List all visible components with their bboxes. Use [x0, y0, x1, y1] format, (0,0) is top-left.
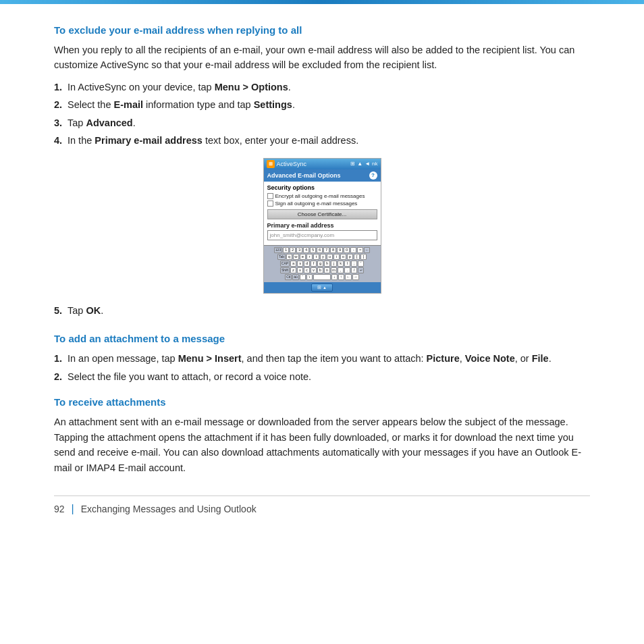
ds-key-8[interactable]: 8	[330, 247, 336, 253]
ds-key-g[interactable]: g	[317, 261, 323, 267]
ds-key-4[interactable]: 4	[303, 247, 309, 253]
step-2: 2. Select the E-mail information type an…	[54, 97, 590, 112]
ds-key-q[interactable]: q	[286, 254, 292, 260]
ds-key-z[interactable]: z	[290, 267, 296, 273]
section2-s1-bold4: File	[532, 353, 549, 364]
ds-key-down[interactable]: ↓	[331, 274, 338, 280]
ds-taskbar-arrow-icon: ▲	[323, 286, 327, 290]
step-4-text: In the Primary e-mail address text box, …	[68, 135, 358, 146]
ds-key-v[interactable]: v	[311, 267, 317, 273]
ds-key-enter[interactable]: ↵	[358, 267, 364, 273]
ds-key-f[interactable]: f	[311, 261, 317, 267]
step-5-num: 5.	[54, 303, 62, 318]
ds-key-3[interactable]: 3	[296, 247, 302, 253]
ds-key-comma[interactable]: ,	[338, 267, 344, 273]
ds-key-left[interactable]: ←	[345, 274, 352, 280]
ds-key-shift[interactable]: Shift	[280, 267, 290, 273]
ds-checkbox-2[interactable]	[267, 200, 273, 207]
device-screenshot: ⊞ ActiveSync ⊞ ▲ ◄ nk Advanced E-mail Op…	[263, 158, 381, 294]
ds-email-input[interactable]: john_smith@ccmpany.com	[267, 230, 377, 240]
ds-key-auu[interactable]: áü	[292, 274, 299, 280]
step-3-num: 3.	[54, 115, 62, 130]
ds-key-h[interactable]: h	[324, 261, 330, 267]
ds-key-quote[interactable]: '	[358, 261, 364, 267]
ds-key-e[interactable]: e	[300, 254, 306, 260]
ds-key-m[interactable]: m	[331, 267, 337, 273]
section2-step-2-num: 2.	[54, 369, 62, 384]
ds-key-equals[interactable]: =	[357, 247, 363, 253]
ds-taskbar-button[interactable]: ⊞ ▲	[311, 284, 333, 292]
ds-key-o[interactable]: o	[340, 254, 346, 260]
ds-key-right[interactable]: →	[352, 274, 359, 280]
section3-heading: To receive attachments	[54, 396, 590, 408]
ds-titlebar: ⊞ ActiveSync ⊞ ▲ ◄ nk	[264, 159, 381, 169]
step-1-num: 1.	[54, 80, 62, 95]
ds-key-0[interactable]: 0	[344, 247, 350, 253]
ds-key-lbracket[interactable]: [	[354, 254, 360, 260]
ds-key-cap[interactable]: CAP	[280, 261, 290, 267]
ds-key-p[interactable]: p	[347, 254, 353, 260]
ds-titlebar-left: ⊞ ActiveSync	[267, 160, 307, 168]
step-4-num: 4.	[54, 133, 62, 148]
ds-key-minus[interactable]: -	[350, 247, 356, 253]
ds-topbar: Advanced E-mail Options ?	[264, 169, 381, 182]
ds-key-y[interactable]: y	[320, 254, 326, 260]
ds-key-slash[interactable]: /	[351, 267, 357, 273]
ds-checkbox-row-2: Sign all outgoing e-mail messages	[267, 200, 377, 207]
ds-security-title: Security options	[267, 184, 377, 191]
ds-key-7[interactable]: 7	[323, 247, 329, 253]
ds-checkbox-1[interactable]	[267, 193, 273, 199]
ds-key-k[interactable]: k	[338, 261, 344, 267]
page-content: To exclude your e-mail address when repl…	[0, 4, 644, 542]
ds-key-c[interactable]: c	[304, 267, 310, 273]
ds-key-9[interactable]: 9	[337, 247, 343, 253]
ds-key-up[interactable]: ↑	[338, 274, 344, 280]
ds-key-d[interactable]: d	[304, 261, 310, 267]
ds-choose-cert-button[interactable]: Choose Certificate...	[267, 209, 377, 219]
ds-key-j[interactable]: j	[331, 261, 337, 267]
ds-key-period[interactable]: .	[344, 267, 350, 273]
section2-step-1-num: 1.	[54, 351, 62, 366]
ds-key-6[interactable]: 6	[317, 247, 323, 253]
ds-key-backspace[interactable]: ←	[364, 247, 370, 253]
ds-key-semicolon[interactable]: ;	[351, 261, 357, 267]
ds-key-backtick[interactable]: `	[300, 274, 306, 280]
ds-key-a[interactable]: a	[290, 261, 296, 267]
ds-key-l[interactable]: l	[344, 261, 350, 267]
step-1-bold1: Menu > Options	[215, 82, 288, 92]
section2-step-2: 2. Select the file you want to attach, o…	[54, 369, 590, 384]
ds-key-t[interactable]: t	[313, 254, 319, 260]
ds-key-u[interactable]: u	[327, 254, 333, 260]
ds-key-1[interactable]: 1	[283, 247, 289, 253]
ds-kb-row-5: Ctl áü ` \ ↓ ↑ ← →	[265, 274, 379, 280]
step-2-bold2: Settings	[254, 99, 292, 110]
ds-key-s[interactable]: s	[297, 261, 303, 267]
ds-key-ctrl[interactable]: Ctl	[285, 274, 292, 280]
ds-key-tab[interactable]: Tab	[277, 254, 286, 260]
ds-key-backslash[interactable]: \	[306, 274, 313, 280]
ds-key-rbracket[interactable]: ]	[360, 254, 367, 260]
ds-key-i[interactable]: i	[333, 254, 340, 260]
ds-key-r[interactable]: r	[306, 254, 313, 260]
step-5: 5. Tap OK.	[54, 303, 590, 318]
ds-titlebar-icons: ⊞ ▲ ◄ nk	[350, 161, 377, 167]
footer: 92 | Exchanging Messages and Using Outlo…	[54, 495, 590, 515]
ds-kb-row-1: 123 1 2 3 4 5 6 7 8 9 0 - = ←	[265, 247, 379, 253]
footer-separator: |	[72, 503, 74, 515]
ds-key-123[interactable]: 123	[274, 247, 282, 253]
ds-checkbox-row-1: Encrypt all outgoing e-mail messages	[267, 193, 377, 199]
ds-key-5[interactable]: 5	[310, 247, 316, 253]
ds-checkbox-2-label: Sign all outgoing e-mail messages	[275, 200, 358, 207]
ds-app-icon: ⊞	[267, 160, 275, 168]
ds-key-x[interactable]: x	[297, 267, 303, 273]
ds-key-w[interactable]: w	[293, 254, 299, 260]
ds-key-2[interactable]: 2	[290, 247, 296, 253]
footer-chapter-title: Exchanging Messages and Using Outlook	[81, 504, 257, 514]
ds-key-b[interactable]: b	[317, 267, 323, 273]
ds-key-n[interactable]: n	[324, 267, 330, 273]
ds-keyboard: 123 1 2 3 4 5 6 7 8 9 0 - = ← Tab q w e	[264, 245, 381, 282]
step-4: 4. In the Primary e-mail address text bo…	[54, 133, 590, 148]
ds-email-label: Primary e-mail address	[267, 222, 377, 229]
step-4-bold1: Primary e-mail address	[95, 135, 203, 146]
ds-key-space[interactable]	[313, 274, 331, 280]
